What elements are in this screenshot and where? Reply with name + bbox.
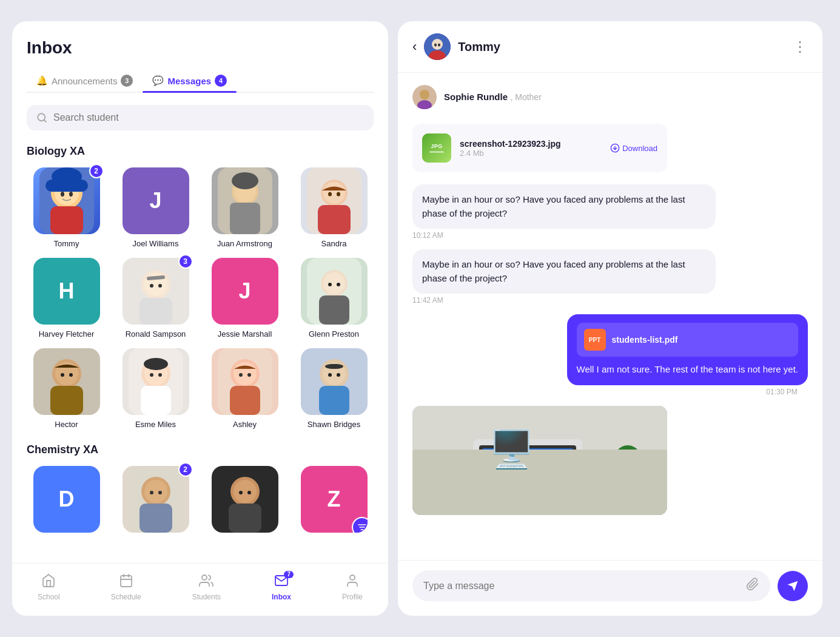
svg-point-6 [61,192,64,197]
nav-inbox[interactable]: 7 Inbox [272,573,291,601]
svg-point-63 [144,480,167,503]
chem2-badge: 2 [178,462,193,477]
svg-point-26 [150,284,153,288]
inbox-title: Inbox [27,38,374,58]
svg-point-21 [337,192,340,197]
send-button[interactable] [778,571,808,601]
svg-rect-32 [319,295,349,325]
sandra-name: Sandra [321,239,347,248]
search-input[interactable] [53,112,364,123]
profile-icon [345,573,360,590]
svg-rect-44 [141,386,171,415]
svg-point-80 [202,575,207,580]
sent-msg-1: PPT students-list.pdf Well I am not sure… [412,314,808,396]
student-harvey[interactable]: H Harvey Fletcher [27,258,106,339]
ronald-name: Ronald Sampson [126,329,186,339]
svg-point-86 [438,44,440,47]
joel-name: Joel Williams [133,239,179,248]
inbox-badge: 7 [284,571,294,578]
svg-point-34 [337,283,340,286]
student-esme[interactable]: Esme Miles [116,348,195,429]
students-icon [199,573,213,590]
download-button[interactable]: Download [610,143,657,153]
svg-point-81 [350,575,355,580]
student-chem-2[interactable]: 2 [116,466,195,538]
svg-point-59 [337,373,340,377]
svg-rect-98 [485,462,546,467]
svg-rect-100 [485,477,534,482]
svg-point-7 [69,192,73,197]
svg-rect-76 [121,576,132,587]
attachment-card: JPG screenshot-12923923.jpg 2.4 Mb [412,124,667,172]
delivered-icon: ✓ [802,388,808,396]
jessie-name: Jessie Marshall [218,329,272,339]
message-input[interactable] [423,581,740,592]
search-bar[interactable] [27,105,374,130]
nav-schedule[interactable]: Schedule [111,573,141,601]
svg-point-83 [432,39,443,50]
left-panel: Inbox 🔔 Announcements 3 💬 Messages 4 [12,21,388,616]
tab-announcements[interactable]: 🔔 Announcements 3 [27,70,143,92]
student-chem-z[interactable]: Z [294,466,374,538]
more-options-button[interactable]: ⋮ [793,38,808,55]
tommy-name: Tommy [54,239,79,248]
nav-school[interactable]: School [38,573,60,601]
student-glenn[interactable]: Glenn Preston [294,258,374,339]
student-sandra[interactable]: Sandra [294,167,374,248]
student-chem-3[interactable] [205,466,284,538]
sent-time-1: 01:30 PM ✓ [766,388,808,396]
esme-name: Esme Miles [135,420,176,429]
sender-name-text: Sophie Rundle , Mother [444,92,542,103]
svg-rect-92 [412,406,667,515]
svg-rect-103 [623,479,632,494]
biology-student-grid: 2 Tommy J Joel Williams [27,167,374,429]
jpg-icon: JPG [422,133,451,163]
nav-profile[interactable]: Profile [342,573,363,601]
attach-button[interactable] [746,578,759,594]
received-msg-2: Maybe in an hour or so? Have you faced a… [412,249,808,305]
svg-rect-9 [45,180,88,192]
svg-point-104 [617,483,639,505]
student-juan[interactable]: Juan Armstrong [205,167,284,248]
nav-school-label: School [38,593,60,601]
chat-input-wrap [412,570,770,601]
svg-rect-99 [485,470,558,474]
nav-profile-label: Profile [342,593,363,601]
harvey-name: Harvey Fletcher [39,329,95,339]
svg-point-46 [158,373,162,377]
back-button[interactable]: ‹ [412,39,417,55]
svg-rect-57 [319,386,349,415]
svg-rect-19 [318,205,351,234]
tab-messages[interactable]: 💬 Messages 4 [143,70,237,92]
search-icon [36,112,47,123]
svg-rect-95 [479,445,576,500]
svg-point-31 [323,272,345,294]
student-ronald[interactable]: 3 Ronald Sampson [116,258,195,339]
student-ashley[interactable]: Ashley [205,348,284,429]
student-shawn[interactable]: Shawn Bridges [294,348,374,429]
chat-name: Tommy [458,40,785,54]
image-msg [412,406,808,515]
student-hector[interactable]: Hector [27,348,106,429]
svg-rect-38 [50,386,83,415]
msg-time-1: 10:12 AM [412,231,808,240]
student-tommy[interactable]: 2 Tommy [27,167,106,248]
sender-avatar [412,85,437,109]
left-content: Inbox 🔔 Announcements 3 💬 Messages 4 [12,21,388,563]
nav-students[interactable]: Students [192,573,221,601]
svg-point-53 [247,373,251,377]
ronald-badge: 3 [178,254,193,269]
svg-rect-96 [482,448,573,497]
ashley-name: Ashley [233,420,257,429]
student-chem-d[interactable]: D [27,466,106,538]
student-jessie[interactable]: J Jessie Marshall [205,258,284,339]
chemistry-section: Chemistry XA D [27,443,374,538]
svg-line-1 [44,120,45,121]
svg-rect-25 [139,298,172,325]
nav-schedule-label: Schedule [111,593,141,601]
student-joel[interactable]: J Joel Williams [116,167,195,248]
sender-info: Sophie Rundle , Mother [412,85,808,109]
svg-rect-93 [412,473,667,515]
inbox-icon: 7 [274,573,289,590]
received-msg-1: Maybe in an hour or so? Have you faced a… [412,184,808,240]
